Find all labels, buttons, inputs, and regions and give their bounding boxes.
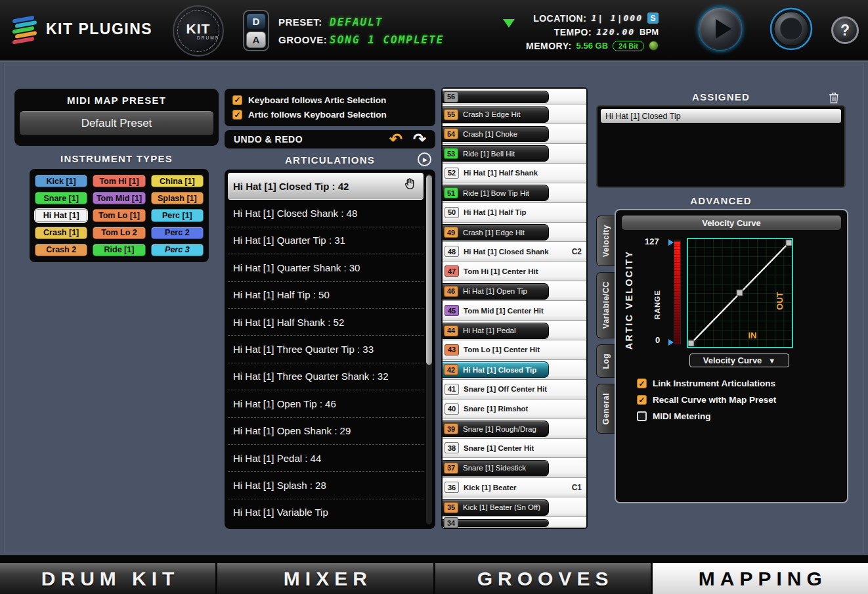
bit-depth-badge[interactable]: 24 Bit [613,41,644,51]
piano-key[interactable]: 56 [443,89,586,104]
advanced-checkbox-row[interactable]: ✓Recall Curve with Map Preset [637,395,776,405]
piano-key[interactable]: 47Tom Hi [1] Center Hit [443,262,586,281]
articulation-item[interactable]: Hi Hat [1] Open Shank : 29 [228,418,423,445]
instrument-button[interactable]: Tom Hi [1] [93,175,145,187]
tab-mapping[interactable]: MAPPING [653,563,868,594]
piano-key[interactable]: 38Snare [1] Center Hit [443,439,586,459]
instrument-button[interactable]: China [1] [151,175,204,187]
piano-key[interactable]: 36Kick [1] BeaterC1 [443,478,586,497]
advanced-tab-velocity[interactable]: Velocity [596,216,615,266]
trash-icon[interactable] [829,91,839,104]
instrument-button[interactable]: Perc 3 [151,244,204,256]
tab-grooves[interactable]: GROOVES [435,563,651,594]
advanced-tab-variablecc[interactable]: Variable/CC [596,272,615,338]
preset-groove-display: PRESET: DEFAULT GROOVE: SONG 1 COMPLETE [278,16,445,46]
curve-handle-low[interactable] [688,340,694,346]
volume-knob[interactable] [770,7,813,51]
mapping-page: MIDI MAP PRESET Default Preset INSTRUMEN… [0,62,868,555]
checkbox-label: Recall Curve with Map Preset [653,395,776,405]
piano-key[interactable]: 37Snare [1] Sidestick [443,458,586,478]
piano-key[interactable]: 51Ride [1] Bow Tip Hit [443,183,586,203]
advanced-checkbox-row[interactable]: ✓Link Instrument Articulations [637,378,776,388]
undo-redo-title: UNDO & REDO [234,134,303,145]
instrument-button[interactable]: Tom Lo [1] [93,209,145,221]
checkbox-icon[interactable] [637,411,647,421]
instrument-button[interactable]: Snare [1] [35,192,87,204]
piano-key[interactable]: 53Ride [1] Bell Hit [443,144,586,164]
checkbox-icon[interactable]: ✓ [637,378,647,388]
articulation-item[interactable]: Hi Hat [1] Three Quarter Tip : 33 [228,336,423,363]
curve-handle-mid[interactable] [737,290,743,296]
expand-articulations-button[interactable]: ▶ [418,152,431,166]
instrument-button[interactable]: Perc 2 [151,227,204,239]
instrument-button[interactable]: Tom Mid [1] [93,192,145,204]
articulation-item[interactable]: Hi Hat [1] Three Quarter Shank : 32 [228,363,423,390]
articulation-item[interactable]: Hi Hat [1] Pedal : 44 [228,445,423,472]
advanced-checkbox-row[interactable]: MIDI Metering [637,411,776,421]
velocity-curve-dropdown[interactable]: Velocity Curve ▼ [689,354,789,367]
articulation-item[interactable]: Hi Hat [1] Quarter Tip : 31 [228,227,423,254]
sync-badge[interactable]: S [647,12,659,24]
instrument-button[interactable]: Tom Lo 2 [93,227,145,239]
instrument-button[interactable]: Ride [1] [93,244,145,256]
checkbox-icon[interactable]: ✓ [232,95,242,105]
instrument-button[interactable]: Hi Hat [1] [35,209,87,221]
advanced-tab-general[interactable]: General [596,384,615,434]
groove-value[interactable]: SONG 1 COMPLETE [330,34,445,46]
undo-icon[interactable]: ↶ [389,133,402,146]
checkbox-icon[interactable]: ✓ [637,395,647,405]
help-button[interactable]: ? [831,16,859,44]
piano-key[interactable]: 40Snare [1] Rimshot [443,400,586,419]
scrollbar-thumb[interactable] [426,175,432,365]
articulation-item[interactable]: Hi Hat [1] Closed Tip : 42 [228,173,423,200]
preset-value[interactable]: DEFAULT [330,16,445,28]
piano-key[interactable]: 41Snare [1] Off Center Hit [443,380,586,400]
tab-mixer[interactable]: MIXER [217,563,433,594]
tempo-value[interactable]: 120.00 [596,27,635,37]
instrument-button[interactable]: Splash [1] [151,192,204,204]
piano-key[interactable]: 43Tom Lo [1] Center Hit [443,340,586,360]
advanced-tab-log[interactable]: Log [596,344,615,378]
articulation-item[interactable]: Hi Hat [1] Open Tip : 46 [228,390,423,417]
articulation-item[interactable]: Hi Hat [1] Half Shank : 52 [228,309,423,336]
piano-key[interactable]: 52Hi Hat [1] Half Shank [443,164,586,183]
assigned-item[interactable]: Hi Hat [1] Closed Tip [601,109,841,123]
instrument-button[interactable]: Perc [1] [151,209,204,221]
piano-key[interactable]: 54Crash [1] Choke [443,124,586,144]
piano-key[interactable]: 35Kick [1] Beater (Sn Off) [443,497,586,517]
articulation-item[interactable]: Hi Hat [1] Quarter Shank : 30 [228,254,423,281]
piano-key[interactable]: 55Crash 3 Edge Hit [443,104,586,124]
velocity-curve-graph[interactable]: OUT IN [687,238,793,348]
option-row[interactable]: ✓Keyboard follows Artic Selection [227,95,433,105]
piano-key[interactable]: 45Tom Mid [1] Center Hit [443,301,586,321]
velocity-range-slider[interactable] [674,240,681,344]
articulation-item[interactable]: Hi Hat [1] Half Tip : 50 [228,282,423,309]
articulation-label: Hi Hat [1] Closed Shank : 48 [233,208,357,219]
piano-key[interactable]: 39Snare [1] Rough/Drag [443,419,586,439]
articulation-item[interactable]: Hi Hat [1] Variable Tip [228,499,423,526]
articulation-item[interactable]: Hi Hat [1] Closed Shank : 48 [228,200,423,227]
curve-handle-high[interactable] [786,240,792,246]
key-number-badge: 43 [445,344,459,355]
instrument-button[interactable]: Crash 2 [35,244,87,256]
option-row[interactable]: ✓Artic follows Keyboard Selection [227,110,433,120]
piano-key[interactable]: 34 [443,517,586,528]
play-button[interactable] [698,7,743,51]
articulation-item[interactable]: Hi Hat [1] Splash : 28 [228,472,423,499]
articulations-scrollbar[interactable] [426,174,432,524]
midi-map-preset-button[interactable]: Default Preset [20,111,213,136]
piano-key[interactable]: 49Crash [1] Edge Hit [443,223,586,242]
piano-key[interactable]: 42Hi Hat [1] Closed Tip [443,360,586,380]
instrument-button[interactable]: Crash [1] [35,227,87,239]
digital-button[interactable]: D [246,13,266,30]
checkbox-icon[interactable]: ✓ [232,110,242,120]
redo-icon[interactable]: ↷ [413,133,426,146]
tab-drum-kit[interactable]: DRUM KIT [0,563,215,594]
piano-key[interactable]: 46Hi Hat [1] Open Tip [443,281,586,301]
piano-key[interactable]: 44Hi Hat [1] Pedal [443,321,586,340]
piano-key[interactable]: 48Hi Hat [1] Closed ShankC2 [443,242,586,262]
piano-key[interactable]: 50Hi Hat [1] Half Tip [443,203,586,223]
analog-button[interactable]: A [246,32,266,48]
instrument-button[interactable]: Kick [1] [35,175,87,187]
articulation-label: Hi Hat [1] Splash : 28 [233,480,326,491]
